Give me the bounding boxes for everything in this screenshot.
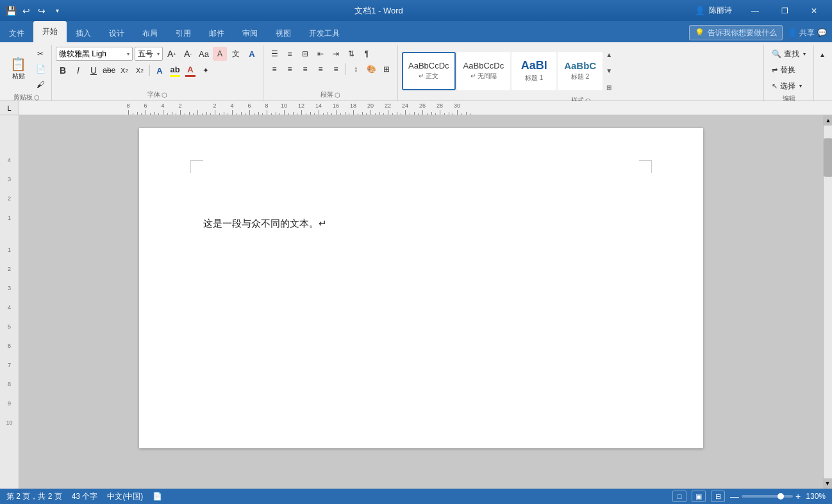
minimize-button[interactable]: — <box>742 0 768 21</box>
line-spacing-button[interactable]: ↕ <box>349 62 363 76</box>
tab-view[interactable]: 视图 <box>267 24 300 42</box>
change-case-button[interactable]: Aa <box>197 47 211 61</box>
bold-button[interactable]: B <box>56 63 70 77</box>
tab-developer[interactable]: 开发工具 <box>300 24 349 42</box>
bullet-list-button[interactable]: ☰ <box>267 47 281 61</box>
select-button[interactable]: ↖ 选择 ▾ <box>768 79 806 93</box>
cut-button[interactable]: ✂ <box>33 47 47 61</box>
char-spacing-button[interactable]: 文 <box>229 47 243 61</box>
ruler-mark-2: 2 <box>8 266 11 272</box>
tab-design[interactable]: 设计 <box>100 24 133 42</box>
italic-button[interactable]: I <box>71 63 85 77</box>
share-person-icon: 👤 <box>788 28 797 37</box>
style-no-spacing[interactable]: AaBbCcDc ↵ 无间隔 <box>457 52 511 90</box>
styles-expand-icon[interactable]: ⊞ <box>604 82 614 92</box>
show-marks-button[interactable]: ¶ <box>360 47 374 61</box>
text-highlight-button[interactable]: ab <box>168 63 182 77</box>
subscript-button[interactable]: X2 <box>117 63 131 77</box>
align-center-button[interactable]: ≡ <box>283 62 297 76</box>
share-label: 共享 <box>799 28 815 38</box>
zoom-slider[interactable] <box>742 495 793 498</box>
style-heading1[interactable]: AaBl 标题 1 <box>512 52 556 90</box>
align-left-button[interactable]: ≡ <box>267 62 281 76</box>
paste-icon: 📋 <box>10 58 26 70</box>
multilevel-list-button[interactable]: ⊟ <box>298 47 312 61</box>
copy-button[interactable]: 📄 <box>33 62 47 76</box>
font-color-button2[interactable]: A <box>183 63 197 77</box>
sort-button[interactable]: ⇅ <box>344 47 358 61</box>
scrollbar-thumb[interactable] <box>824 138 832 177</box>
tab-insert[interactable]: 插入 <box>67 24 100 42</box>
increase-indent-button[interactable]: ⇥ <box>329 47 343 61</box>
ruler-corner-marker[interactable]: L <box>7 104 11 112</box>
vertical-scrollbar[interactable]: ▲ ▼ <box>823 115 832 489</box>
paragraph-expand-icon[interactable]: ⬡ <box>335 92 340 99</box>
style-heading2[interactable]: AaBbC 标题 2 <box>558 52 603 90</box>
font-color-button[interactable]: A <box>245 47 259 61</box>
close-button[interactable]: ✕ <box>801 0 827 21</box>
font-size-increase-button[interactable]: A+ <box>165 47 179 61</box>
language[interactable]: 中文(中国) <box>107 491 143 502</box>
justify-button[interactable]: ≡ <box>313 62 328 76</box>
undo-icon[interactable]: ↩ <box>21 5 32 17</box>
quick-access-more-icon[interactable]: ▾ <box>51 5 63 17</box>
underline-button[interactable]: U <box>87 63 101 77</box>
lightbulb-icon: 💡 <box>695 28 704 37</box>
shading-button[interactable]: 🎨 <box>364 62 378 76</box>
borders-button[interactable]: ⊞ <box>379 62 394 76</box>
zoom-level[interactable]: 130% <box>806 492 826 501</box>
scrollbar-up-arrow[interactable]: ▲ <box>824 115 832 126</box>
ribbon-collapse-button[interactable]: ▲ <box>815 47 829 61</box>
share-button[interactable]: 👤 共享 <box>788 25 815 40</box>
ruler-mark-3: 3 <box>8 285 11 291</box>
clear-format-button[interactable]: ✦ <box>199 63 213 77</box>
document-content[interactable]: 这是一段与众不同的文本。↵ <box>203 218 639 230</box>
tab-file[interactable]: 文件 <box>0 24 33 42</box>
user-icon: 👤 <box>695 6 705 15</box>
comments-button[interactable]: 💬 <box>817 25 827 40</box>
format-painter-button[interactable]: 🖌 <box>33 77 47 92</box>
superscript-button[interactable]: X2 <box>133 63 147 77</box>
styles-scroll-up[interactable]: ▲ <box>604 49 614 60</box>
ruler-mark-neg4: 4 <box>8 157 11 163</box>
font-group: 微软雅黑 Ligh ▾ 五号 ▾ A+ A- Aa A 文 A B I U ab… <box>53 45 263 101</box>
tab-review[interactable]: 审阅 <box>233 24 267 42</box>
zoom-out-icon[interactable]: — <box>730 491 739 501</box>
find-button[interactable]: 🔍 查找 ▾ <box>768 47 810 61</box>
replace-button[interactable]: ⇌ 替换 <box>768 63 799 77</box>
font-family-selector[interactable]: 微软雅黑 Ligh ▾ <box>56 47 133 61</box>
font-size-decrease-button[interactable]: A- <box>181 47 195 61</box>
numbered-list-button[interactable]: ≡ <box>283 47 297 61</box>
tell-me-label: 告诉我你想要做什么 <box>708 28 777 38</box>
page-info[interactable]: 第 2 页，共 2 页 <box>6 491 62 502</box>
tab-mailings[interactable]: 邮件 <box>200 24 233 42</box>
user-name[interactable]: 陈丽诗 <box>709 5 732 16</box>
restore-button[interactable]: ❐ <box>772 0 797 21</box>
print-layout-button[interactable]: ▣ <box>692 491 706 502</box>
distribute-button[interactable]: ≡ <box>329 62 343 76</box>
read-mode-button[interactable]: □ <box>672 491 686 502</box>
ruler-mark-6: 6 <box>8 343 11 349</box>
align-right-button[interactable]: ≡ <box>298 62 312 76</box>
scrollbar-down-arrow[interactable]: ▼ <box>823 478 832 489</box>
highlight-button[interactable]: A <box>213 47 227 61</box>
save-icon[interactable]: 💾 <box>5 5 17 17</box>
web-layout-button[interactable]: ⊟ <box>711 491 725 502</box>
tab-home[interactable]: 开始 <box>33 21 67 42</box>
decrease-indent-button[interactable]: ⇤ <box>313 47 328 61</box>
tell-me-search[interactable]: 💡 告诉我你想要做什么 <box>689 25 783 40</box>
tab-layout[interactable]: 布局 <box>133 24 167 42</box>
redo-icon[interactable]: ↪ <box>36 5 47 17</box>
text-effect-button[interactable]: A <box>153 63 167 77</box>
font-expand-icon[interactable]: ⬡ <box>162 92 167 99</box>
zoom-in-icon[interactable]: + <box>795 491 801 501</box>
font-size-selector[interactable]: 五号 ▾ <box>135 47 163 61</box>
strikethrough-button[interactable]: abc <box>102 63 116 77</box>
tab-references[interactable]: 引用 <box>167 24 200 42</box>
paste-button[interactable]: 📋 粘贴 <box>5 50 31 88</box>
styles-scroll-down[interactable]: ▼ <box>604 66 614 76</box>
window-title: 文档1 - Word <box>63 5 695 17</box>
clipboard-expand-icon[interactable]: ⬡ <box>34 94 40 101</box>
style-normal[interactable]: AaBbCcDc ↵ 正文 <box>402 52 456 90</box>
word-count[interactable]: 43 个字 <box>72 491 98 502</box>
